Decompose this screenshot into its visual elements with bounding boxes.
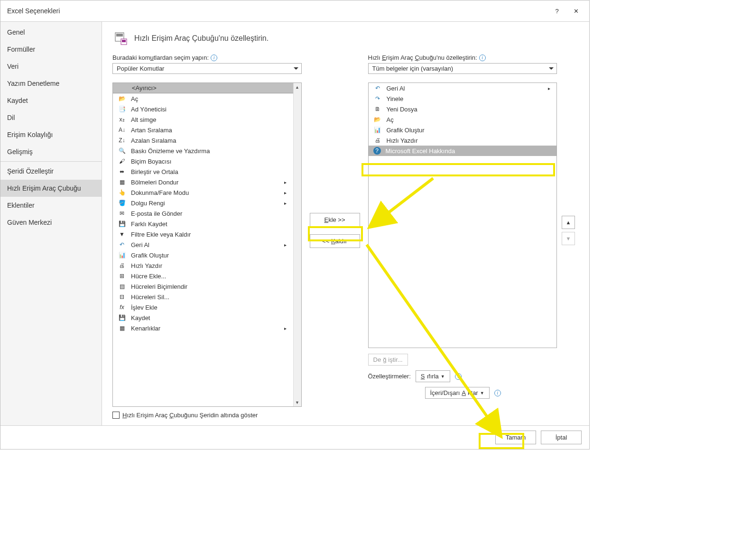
cmd-save[interactable]: 💾Kaydet bbox=[113, 312, 293, 323]
dialog-title: Excel Seçenekleri bbox=[7, 7, 547, 15]
submenu-icon: ▸ bbox=[283, 190, 288, 195]
sidebar-item-formulas[interactable]: Formüller bbox=[0, 41, 102, 58]
quick-print-icon: 🖨 bbox=[118, 262, 126, 269]
save-as-icon: 💾 bbox=[118, 220, 126, 228]
svg-rect-1 bbox=[116, 34, 123, 37]
qa-redo[interactable]: ↷Yinele bbox=[369, 93, 557, 104]
qa-new[interactable]: 🗎Yeni Dosya bbox=[369, 104, 557, 114]
qa-undo[interactable]: ↶Geri Al▸ bbox=[369, 83, 557, 93]
cmd-filter[interactable]: ▼Filtre Ekle veya Kaldır bbox=[113, 229, 293, 239]
cmd-sort-desc[interactable]: Z↓Azalan Sıralama bbox=[113, 135, 293, 146]
list-separator-item[interactable]: <Ayırıcı> bbox=[113, 83, 293, 93]
cmd-email[interactable]: ✉E-posta ile Gönder bbox=[113, 208, 293, 219]
submenu-icon: ▸ bbox=[283, 326, 288, 331]
available-commands-list[interactable]: <Ayırıcı> 📂Aç 📑Ad Yöneticisi x₂Alt simge… bbox=[113, 83, 293, 406]
sidebar-item-proofing[interactable]: Yazım Denetleme bbox=[0, 75, 102, 92]
close-icon[interactable]: ✕ bbox=[566, 4, 585, 18]
quick-access-label: Hızlı Erişim Araç Çubuğu'nu özelleştirin… bbox=[368, 54, 477, 61]
sidebar-item-trust[interactable]: Güven Merkezi bbox=[0, 214, 102, 231]
format-cells-icon: ▤ bbox=[118, 283, 126, 290]
format-painter-icon: 🖌 bbox=[118, 157, 126, 165]
scroll-up-icon[interactable]: ▲ bbox=[294, 83, 301, 91]
reorder-buttons: ▲ ▼ bbox=[562, 54, 579, 407]
svg-rect-3 bbox=[122, 40, 126, 42]
cmd-fill-color[interactable]: 🪣Dolgu Rengi▸ bbox=[113, 198, 293, 208]
qa-open[interactable]: 📂Aç bbox=[369, 114, 557, 125]
scrollbar[interactable]: ▲ ▼ bbox=[293, 83, 301, 406]
sidebar-item-ribbon[interactable]: Şeridi Özelleştir bbox=[0, 163, 102, 180]
open-folder-icon: 📂 bbox=[373, 116, 382, 123]
submenu-icon: ▸ bbox=[283, 180, 288, 185]
add-button[interactable]: Ekle >> bbox=[310, 213, 360, 227]
import-export-button[interactable]: İçeri/Dışarı Aktar ▼ bbox=[425, 387, 490, 399]
ok-button[interactable]: Tamam bbox=[495, 431, 536, 444]
filter-icon: ▼ bbox=[118, 230, 126, 238]
sidebar-item-addins[interactable]: Eklentiler bbox=[0, 197, 102, 214]
delete-cells-icon: ⊟ bbox=[118, 293, 126, 301]
cmd-open[interactable]: 📂Aç bbox=[113, 93, 293, 104]
print-preview-icon: 🔍 bbox=[118, 147, 126, 155]
merge-center-icon: ⬌ bbox=[118, 168, 126, 175]
fill-color-icon: 🪣 bbox=[118, 199, 126, 207]
cmd-fx[interactable]: fxİşlev Ekle bbox=[113, 302, 293, 312]
cmd-quick-print[interactable]: 🖨Hızlı Yazdır bbox=[113, 260, 293, 271]
sidebar-item-data[interactable]: Veri bbox=[0, 58, 102, 75]
sidebar-item-language[interactable]: Dil bbox=[0, 109, 102, 126]
scope-value: Tüm belgeler için (varsayılan) bbox=[372, 65, 454, 72]
cmd-chart[interactable]: 📊Grafik Oluştur bbox=[113, 250, 293, 260]
qa-chart[interactable]: 📊Grafik Oluştur bbox=[369, 125, 557, 135]
cmd-borders[interactable]: ▦Kenarlıklar▸ bbox=[113, 323, 293, 333]
sidebar-item-advanced[interactable]: Gelişmiş bbox=[0, 143, 102, 160]
cancel-button[interactable]: İptal bbox=[541, 431, 582, 444]
modify-button: Değiştir... bbox=[368, 354, 408, 366]
sidebar-item-general[interactable]: Genel bbox=[0, 24, 102, 41]
below-ribbon-checkbox[interactable] bbox=[112, 412, 120, 419]
middle-buttons: Ekle >> << Kaldır bbox=[306, 54, 363, 407]
cmd-sort-asc[interactable]: A↓Artan Sıralama bbox=[113, 125, 293, 135]
info-icon[interactable]: i bbox=[479, 55, 486, 61]
help-icon[interactable]: ? bbox=[547, 4, 566, 18]
sidebar-item-accessibility[interactable]: Erişim Kolaylığı bbox=[0, 126, 102, 143]
cmd-subscript[interactable]: x₂Alt simge bbox=[113, 114, 293, 125]
customize-icon bbox=[112, 30, 129, 46]
cmd-print-preview[interactable]: 🔍Baskı Önizleme ve Yazdırma bbox=[113, 146, 293, 156]
cmd-touch-mouse[interactable]: 👆Dokunma/Fare Modu▸ bbox=[113, 187, 293, 198]
chevron-down-icon bbox=[549, 67, 554, 70]
undo-icon: ↶ bbox=[118, 241, 126, 248]
remove-button[interactable]: << Kaldır bbox=[310, 234, 360, 248]
cmd-format-cells[interactable]: ▤Hücreleri Biçimlendir bbox=[113, 281, 293, 292]
header: Hızlı Erişim Araç Çubuğu'nu özelleştirin… bbox=[112, 30, 579, 46]
sidebar: Genel Formüller Veri Yazım Denetleme Kay… bbox=[0, 22, 102, 425]
commands-label: Buradaki komutlardan seçim yapın: bbox=[112, 54, 209, 61]
cmd-merge-center[interactable]: ⬌Birleştir ve Ortala bbox=[113, 166, 293, 177]
reset-button[interactable]: Sıfırla ▼ bbox=[416, 370, 450, 382]
help-about-icon: ? bbox=[373, 147, 381, 155]
chart-icon: 📊 bbox=[118, 251, 126, 259]
qa-about-excel[interactable]: ?Microsoft Excel Hakkında bbox=[369, 146, 557, 156]
subscript-icon: x₂ bbox=[118, 116, 126, 123]
info-icon[interactable]: i bbox=[455, 373, 462, 380]
move-up-button[interactable]: ▲ bbox=[562, 216, 575, 229]
chevron-down-icon bbox=[294, 67, 298, 70]
sidebar-item-save[interactable]: Kaydet bbox=[0, 92, 102, 109]
email-icon: ✉ bbox=[118, 210, 126, 217]
quick-access-list[interactable]: ↶Geri Al▸ ↷Yinele 🗎Yeni Dosya 📂Aç 📊Grafi… bbox=[369, 83, 557, 348]
cmd-insert-cells[interactable]: ⊞Hücre Ekle... bbox=[113, 271, 293, 281]
sidebar-item-quick-access[interactable]: Hızlı Erişim Araç Çubuğu bbox=[0, 180, 102, 197]
below-ribbon-label: Hızlı Erişim Araç Çubuğunu Şeridin altın… bbox=[122, 412, 258, 419]
cmd-name-manager[interactable]: 📑Ad Yöneticisi bbox=[113, 104, 293, 114]
scroll-down-icon[interactable]: ▼ bbox=[294, 398, 301, 406]
cmd-freeze-panes[interactable]: ▦Bölmeleri Dondur▸ bbox=[113, 177, 293, 187]
submenu-icon: ▸ bbox=[283, 242, 288, 248]
new-file-icon: 🗎 bbox=[373, 105, 382, 113]
cmd-delete-cells[interactable]: ⊟Hücreleri Sil... bbox=[113, 292, 293, 302]
commands-source-dropdown[interactable]: Popüler Komutlar bbox=[112, 63, 302, 74]
info-icon[interactable]: i bbox=[494, 390, 501, 396]
cmd-undo[interactable]: ↶Geri Al▸ bbox=[113, 239, 293, 250]
cmd-format-painter[interactable]: 🖌Biçim Boyacısı bbox=[113, 156, 293, 166]
info-icon[interactable]: i bbox=[211, 55, 217, 61]
cmd-save-as[interactable]: 💾Farklı Kaydet bbox=[113, 219, 293, 229]
qa-quick-print[interactable]: 🖨Hızlı Yazdır bbox=[369, 135, 557, 146]
commands-source-value: Popüler Komutlar bbox=[117, 65, 164, 72]
scope-dropdown[interactable]: Tüm belgeler için (varsayılan) bbox=[368, 63, 557, 74]
